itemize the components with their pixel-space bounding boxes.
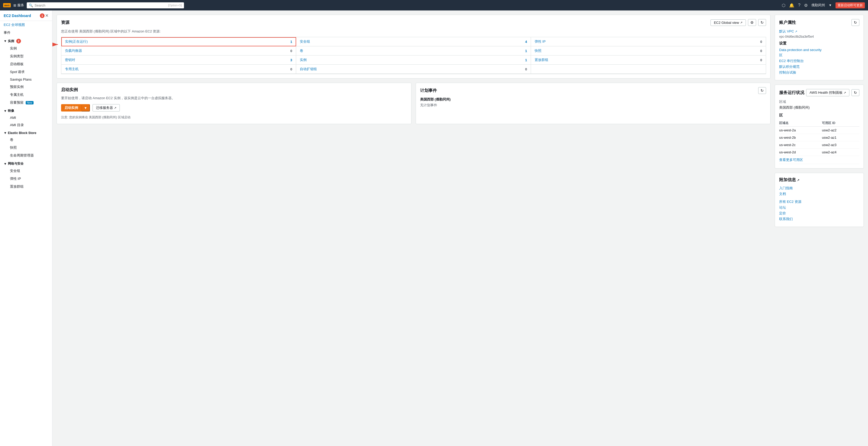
resource-running-count[interactable]: 1 xyxy=(290,40,292,44)
resource-keypairs-link[interactable]: 密钥对 xyxy=(65,58,75,62)
sidebar-item-ami-catalog[interactable]: AMI 目录 xyxy=(6,121,52,129)
serial-console-link[interactable]: EC2 串行控制台 xyxy=(779,59,859,63)
sidebar-title[interactable]: EC2 Dashboard xyxy=(4,13,31,18)
events-refresh-button[interactable]: ↻ xyxy=(758,87,766,94)
sidebar-item-reserved[interactable]: 预留实例 xyxy=(6,83,52,91)
status-title: 服务运行状况 xyxy=(779,90,804,96)
resource-keypairs-count[interactable]: 3 xyxy=(290,58,292,62)
launch-instance-button[interactable]: 启动实例 xyxy=(61,104,82,111)
launch-title: 启动实例 xyxy=(61,87,78,93)
info-external-icon: ↗ xyxy=(797,178,799,182)
sidebar-item-instance-types[interactable]: 实例类型 xyxy=(6,53,52,60)
sidebar-item-spot[interactable]: Spot 请求 xyxy=(6,68,52,76)
resource-volumes-link[interactable]: 卷 xyxy=(300,48,303,53)
info-link-1[interactable]: 文档 xyxy=(779,192,859,196)
left-column: 资源 EC2 Global view ↗ ⚙ ↻ 您正在使用 美国西部 (俄勒冈… xyxy=(57,15,771,442)
sidebar-section-network[interactable]: ▼ 网络与安全 xyxy=(0,160,52,167)
launch-instance-card: 启动实例 要开始使用，请启动 Amazon EC2 实例，该实例是云中的一台虚拟… xyxy=(57,83,411,124)
sidebar-item-events[interactable]: 事件 xyxy=(0,29,52,37)
info-link-5[interactable]: 联系我们 xyxy=(779,217,859,221)
question-icon[interactable]: ? xyxy=(798,3,800,8)
region-selector[interactable]: 俄勒冈州 xyxy=(811,3,825,8)
resources-grid: 实例(正在运行) 1 安全组 4 弹性 IP 0 xyxy=(61,37,766,74)
sidebar-item-launch-templates[interactable]: 启动模板 xyxy=(6,60,52,68)
resource-volumes-count[interactable]: 1 xyxy=(525,49,527,53)
credit-spec-link[interactable]: 默认积分规范 xyxy=(779,64,859,69)
sidebar-item-instances[interactable]: 实例 xyxy=(6,44,52,53)
data-protection-link[interactable]: Data protection and security xyxy=(779,48,859,52)
default-vpc-link[interactable]: 默认 VPC ↗ xyxy=(779,29,859,34)
sidebar-item-security-groups[interactable]: 安全组 xyxy=(6,167,52,175)
sidebar-item-placement-groups[interactable]: 置放群组 xyxy=(6,183,52,191)
console-trial-link[interactable]: 控制台试验 xyxy=(779,70,859,75)
resource-running-link[interactable]: 实例(正在运行) xyxy=(65,39,88,44)
account-title: 账户属性 xyxy=(779,20,796,25)
sidebar-item-volumes[interactable]: 卷 xyxy=(6,136,52,144)
resources-actions: EC2 Global view ↗ ⚙ ↻ xyxy=(711,19,766,26)
sidebar-item-savings-plans[interactable]: Savings Plans xyxy=(6,76,52,83)
resource-asg-count[interactable]: 0 xyxy=(525,67,527,71)
main-content: 资源 EC2 Global view ↗ ⚙ ↻ 您正在使用 美国西部 (俄勒冈… xyxy=(53,10,868,446)
bell-icon[interactable]: 🔔 xyxy=(789,3,794,8)
aws-logo[interactable]: aws xyxy=(3,3,11,7)
info-link-3[interactable]: 论坛 xyxy=(779,205,859,210)
sidebar-section-images[interactable]: ▼ 映像 xyxy=(0,106,52,114)
resource-lb-count[interactable]: 0 xyxy=(290,49,292,53)
sidebar-section-ebs[interactable]: ▼ Elastic Block Store xyxy=(0,129,52,136)
sidebar-item-global-view[interactable]: EC2 全球视图 xyxy=(0,21,52,29)
cloud-shell-icon[interactable]: ⬡ xyxy=(782,3,785,8)
resource-instances-count[interactable]: 1 xyxy=(525,58,527,62)
external-link-icon: ↗ xyxy=(740,21,742,24)
launch-description: 要开始使用，请启动 Amazon EC2 实例，该实例是云中的一台虚拟服务器。 xyxy=(61,96,407,101)
sidebar-item-dedicated-hosts[interactable]: 专属主机 xyxy=(6,91,52,99)
resource-asg-link[interactable]: 自动扩缩组 xyxy=(300,67,317,71)
right-column: 账户属性 ↻ 默认 VPC ↗ vpc-04d6ec8b2ba3ef5e4 设置… xyxy=(775,15,864,442)
resource-sg-link[interactable]: 安全组 xyxy=(300,39,310,44)
global-view-button[interactable]: EC2 Global view ↗ xyxy=(711,20,746,26)
sidebar-item-capacity[interactable]: 容量预留 New xyxy=(6,99,52,106)
resource-lb-link[interactable]: 负载均衡器 xyxy=(65,48,82,53)
launch-dropdown-button[interactable]: ▼ xyxy=(82,104,90,111)
search-input[interactable] xyxy=(35,3,167,7)
sidebar-item-lifecycle[interactable]: 生命周期管理器 xyxy=(6,151,52,160)
search-bar[interactable]: 🔍 [Option+S] xyxy=(27,2,184,8)
settings-icon[interactable]: ⚙ xyxy=(804,3,808,8)
resource-eip-count[interactable]: 0 xyxy=(760,40,762,44)
info-link-2[interactable]: 所有 EC2 资源 xyxy=(779,200,859,204)
resource-item-keypairs: 密钥对 3 xyxy=(61,56,296,65)
zone-name: us-west-2b xyxy=(779,134,822,141)
resource-eip-link[interactable]: 弹性 IP xyxy=(535,39,546,44)
zones-table: 区域名 可用区 ID us-west-2ausw2-az2us-west-2bu… xyxy=(779,120,859,164)
services-menu[interactable]: ⊞ 服务 xyxy=(13,3,24,8)
health-dashboard-button[interactable]: AWS Health 控制面板 ↗ xyxy=(806,89,849,96)
info-link-4[interactable]: 定价 xyxy=(779,211,859,216)
sidebar-item-ami[interactable]: AMI xyxy=(6,114,52,121)
vpc-external-icon: ↗ xyxy=(795,30,797,33)
sidebar-section-instances[interactable]: ▼ 实例 2 xyxy=(0,37,52,44)
zone-more-link[interactable]: 查看更多可用区 xyxy=(779,156,859,164)
resource-placement-link[interactable]: 置放群组 xyxy=(535,58,548,62)
migrate-server-button[interactable]: 迁移服务器 ↗ xyxy=(93,104,120,111)
update-button[interactable]: 重新启动即可更新 xyxy=(836,2,865,8)
resource-snapshots-count[interactable]: 0 xyxy=(760,49,762,53)
sidebar-close-button[interactable]: ✕ xyxy=(45,13,49,18)
resource-sg-count[interactable]: 4 xyxy=(525,40,527,44)
resource-dedicated-count[interactable]: 0 xyxy=(290,67,292,71)
resource-instances-link[interactable]: 实例 xyxy=(300,58,307,62)
resources-gear-button[interactable]: ⚙ xyxy=(748,19,756,26)
step1-badge: 1 xyxy=(40,13,44,18)
resource-dedicated-link[interactable]: 专用主机 xyxy=(65,67,79,71)
resource-snapshots-link[interactable]: 快照 xyxy=(535,48,541,53)
info-link-0[interactable]: 入门指南 xyxy=(779,186,859,191)
resources-refresh-button[interactable]: ↻ xyxy=(758,19,766,26)
resource-placement-count[interactable]: 0 xyxy=(760,58,762,62)
settings-section-title: 设置 xyxy=(779,41,859,46)
sidebar-item-elastic-ip[interactable]: 弹性 IP xyxy=(6,175,52,183)
status-refresh-button[interactable]: ↻ xyxy=(851,89,859,96)
sidebar-item-snapshots[interactable]: 快照 xyxy=(6,144,52,151)
main-layout: EC2 Dashboard 1 ✕ EC2 全球视图 事件 ▼ 实例 2 实例 … xyxy=(0,10,868,446)
account-refresh-button[interactable]: ↻ xyxy=(851,19,859,26)
zone-id: usw2-az1 xyxy=(822,134,859,141)
grid-icon: ⊞ xyxy=(13,3,16,7)
zone-link[interactable]: 区 xyxy=(779,53,859,58)
